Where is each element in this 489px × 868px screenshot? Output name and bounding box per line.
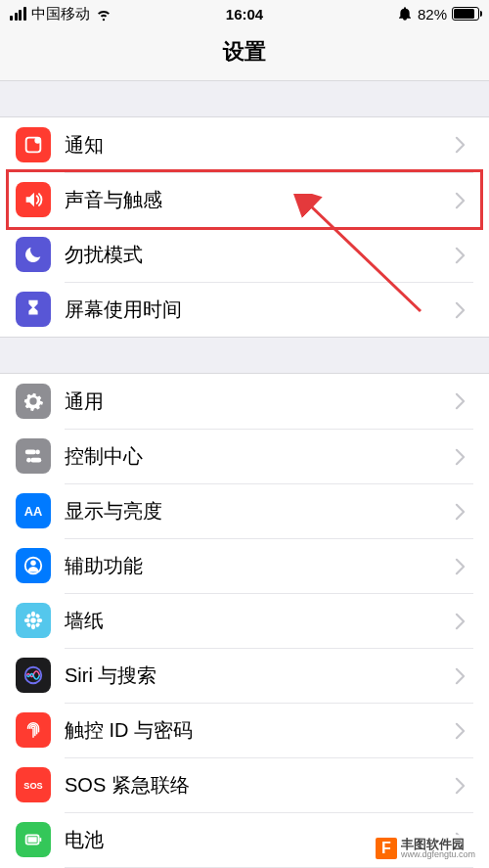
settings-row-general[interactable]: 通用: [0, 374, 489, 429]
row-label: SOS 紧急联络: [65, 772, 455, 799]
settings-row-accessibility[interactable]: 辅助功能: [0, 538, 489, 593]
wifi-icon: [95, 5, 112, 23]
settings-row-sos[interactable]: SOS 紧急联络: [0, 757, 489, 812]
row-label: 屏幕使用时间: [65, 297, 455, 323]
chevron-right-icon: [455, 136, 466, 154]
flower-icon: [16, 603, 51, 638]
person-icon: [16, 548, 51, 583]
status-right: 82%: [397, 6, 479, 23]
siri-icon: [16, 658, 51, 693]
group-spacer: [0, 81, 489, 116]
moon-icon: [16, 237, 51, 272]
battery-icon: [452, 7, 479, 21]
settings-row-touchid[interactable]: 触控 ID 与密码: [0, 703, 489, 757]
row-label: 显示与亮度: [65, 498, 455, 525]
settings-group: 通用控制中心显示与亮度辅助功能墙纸Siri 与搜索触控 ID 与密码SOS 紧急…: [0, 373, 489, 868]
notif-icon: [16, 127, 51, 162]
battery-percent: 82%: [418, 6, 447, 23]
row-label: 辅助功能: [65, 553, 455, 579]
switches-icon: [16, 438, 51, 474]
settings-row-screentime[interactable]: 屏幕使用时间: [0, 282, 489, 337]
chevron-right-icon: [455, 667, 466, 685]
chevron-right-icon: [455, 503, 466, 521]
row-label: 勿扰模式: [65, 242, 455, 268]
row-label: 通知: [65, 132, 455, 159]
chevron-right-icon: [455, 301, 466, 319]
watermark: F 丰图软件园 www.dgfengtu.com: [372, 835, 483, 862]
row-label: 墙纸: [65, 608, 455, 634]
chevron-right-icon: [455, 722, 466, 740]
sound-icon: [16, 182, 51, 217]
hourglass-icon: [16, 292, 51, 327]
group-spacer: [0, 338, 489, 373]
status-bar: 中国移动 16:04 82%: [0, 0, 489, 27]
fingerprint-icon: [16, 712, 51, 748]
status-left: 中国移动: [10, 5, 112, 23]
signal-icon: [10, 7, 26, 21]
settings-row-notifications[interactable]: 通知: [0, 117, 489, 172]
carrier-label: 中国移动: [31, 5, 90, 23]
chevron-right-icon: [455, 613, 466, 630]
gear-icon: [16, 384, 51, 419]
watermark-url: www.dgfengtu.com: [401, 850, 475, 859]
chevron-right-icon: [455, 777, 466, 795]
battery-icon: [16, 822, 51, 857]
row-label: 声音与触感: [65, 187, 455, 213]
aa-icon: [16, 493, 51, 528]
settings-row-siri[interactable]: Siri 与搜索: [0, 648, 489, 703]
row-label: Siri 与搜索: [65, 662, 455, 689]
chevron-right-icon: [455, 448, 466, 466]
sos-icon: [16, 767, 51, 802]
page-title: 设置: [0, 27, 489, 81]
settings-group: 通知声音与触感勿扰模式屏幕使用时间: [0, 116, 489, 338]
chevron-right-icon: [455, 247, 466, 264]
settings-row-controlcenter[interactable]: 控制中心: [0, 429, 489, 483]
clock: 16:04: [226, 6, 263, 23]
settings-row-dnd[interactable]: 勿扰模式: [0, 227, 489, 282]
chevron-right-icon: [455, 392, 466, 410]
chevron-right-icon: [455, 192, 466, 209]
chevron-right-icon: [455, 558, 466, 575]
row-label: 控制中心: [65, 443, 455, 470]
alarm-icon: [397, 6, 413, 22]
settings-row-wallpaper[interactable]: 墙纸: [0, 593, 489, 648]
watermark-logo: F: [376, 838, 397, 859]
settings-row-display[interactable]: 显示与亮度: [0, 483, 489, 538]
settings-row-sounds[interactable]: 声音与触感: [0, 172, 489, 227]
row-label: 触控 ID 与密码: [65, 717, 455, 744]
row-label: 通用: [65, 388, 455, 415]
